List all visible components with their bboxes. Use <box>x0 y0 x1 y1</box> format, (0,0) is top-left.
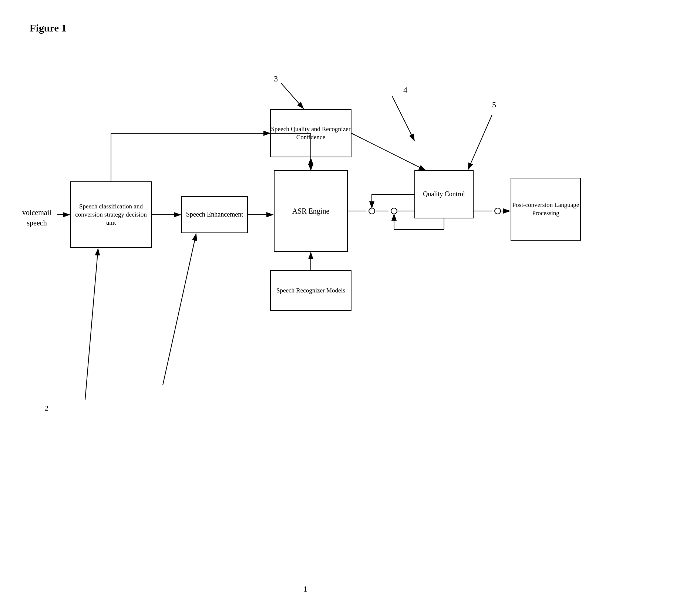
svg-line-10 <box>85 249 98 400</box>
svg-point-14 <box>369 208 375 214</box>
svg-point-22 <box>495 208 501 214</box>
svg-point-16 <box>391 208 397 214</box>
svg-line-8 <box>392 96 414 141</box>
svg-line-7 <box>281 83 303 108</box>
diagram-container: Figure 1 1 2 3 4 5 voicemailspeech Speec… <box>0 0 683 616</box>
svg-line-24 <box>351 133 425 170</box>
diagram-svg <box>0 0 683 616</box>
svg-line-12 <box>163 234 196 385</box>
svg-line-9 <box>468 115 492 170</box>
